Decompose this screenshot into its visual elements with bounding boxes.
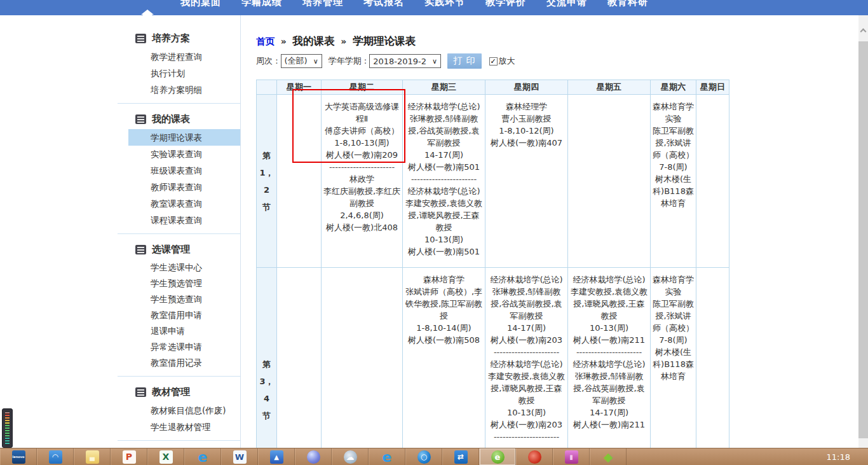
sidebar-item-学生选课中心[interactable]: 学生选课中心 [114, 260, 240, 275]
course-block: 林政学李红庆副教授,李红庆副教授2,4,6,8(周)树人楼(一教)北408 [323, 173, 401, 233]
day-header-星期五: 星期五 [568, 80, 651, 95]
sidebar-section-title[interactable]: 培养方案 [114, 28, 240, 48]
taskbar-button-browser-sphere[interactable] [295, 448, 332, 465]
course-teachers: 傅彦夫讲师（高校） [323, 125, 401, 137]
taskbar-button-teamviewer[interactable]: ⇄ [442, 448, 479, 465]
course-divider: ---------------------- [323, 161, 401, 173]
taskbar-button-photos[interactable]: ▲ [258, 448, 295, 465]
taskbar-button-qq-browser[interactable]: ○ [405, 448, 442, 465]
nav-item-教育科研[interactable]: 教育科研 [597, 0, 658, 8]
nav-item-我的桌面[interactable]: 我的桌面 [170, 0, 231, 8]
sidebar-item-异常选课申请[interactable]: 异常选课申请 [114, 339, 240, 355]
taskbar-button-powerpoint[interactable]: P [111, 448, 147, 465]
print-button[interactable]: 打 印 [447, 53, 481, 69]
sidebar-item-课程课表查询[interactable]: 课程课表查询 [114, 212, 240, 228]
sidebar-item-学生预选查询[interactable]: 学生预选查询 [114, 291, 240, 307]
course-name: 经济林栽培学(总论) [487, 274, 566, 286]
sidebar-item-学期理论课表[interactable]: 学期理论课表 [128, 129, 240, 146]
nav-item-培养管理[interactable]: 培养管理 [292, 0, 353, 8]
week-select[interactable]: (全部) ∨ [281, 54, 322, 68]
course-teachers: 陈卫军副教授,张斌讲师（高校） [652, 298, 695, 334]
sidebar-section-title[interactable]: 选课管理 [114, 239, 240, 260]
sidebar-section: 选课管理学生选课中心学生预选管理学生预选查询教室借用申请退课申请异常选课申请教室… [114, 239, 240, 371]
breadcrumb-home-link[interactable]: 首页 [256, 36, 275, 46]
taskbar-button-remote-tool[interactable]: ◠ [37, 448, 74, 465]
sidebar-item-教室借用记录[interactable]: 教室借用记录 [114, 355, 240, 371]
sidebar-section-label: 我的课表 [152, 113, 190, 125]
ie-icon: e [196, 450, 210, 464]
schedule-cell [322, 268, 403, 465]
vertical-scrollbar[interactable] [858, 15, 868, 457]
schedule-cell [696, 268, 729, 465]
sidebar-section-label: 培养方案 [152, 32, 190, 45]
breadcrumb-separator: » [338, 36, 349, 46]
breadcrumb-level-2: 学期理论课表 [353, 35, 416, 47]
course-teachers: 李建安教授,袁德义教授,谭晓风教授,王森教授 [569, 286, 649, 322]
taskbar-button-flower-app[interactable] [516, 448, 553, 465]
taskbar-button-lenovo[interactable]: lenovo [0, 448, 37, 465]
period-label-line: 第 [257, 356, 276, 373]
course-block: 经济林栽培学(总论)张琳教授,邹锋副教授,谷战英副教授,袁军副教授14-17(周… [404, 101, 484, 173]
course-weeks: 2,4,6,8(周) [323, 209, 401, 221]
schedule-cell [277, 268, 322, 465]
nav-item-考试报名[interactable]: 考试报名 [353, 0, 414, 8]
top-navbar: 我的桌面学籍成绩培养管理考试报名实践环节教学评价交流申请教育科研 [0, 0, 868, 15]
course-weeks: 10-13(周) [569, 322, 649, 334]
sidebar-item-班级课表查询[interactable]: 班级课表查询 [114, 162, 240, 179]
course-block: 森林培育学张斌讲师（高校）,李铁华教授,陈卫军副教授1-8,10-14(周)树人… [404, 274, 484, 346]
course-room: 树人楼(一教)南508 [404, 334, 484, 346]
schedule-cell [696, 95, 729, 268]
sidebar-item-实验课表查询[interactable]: 实验课表查询 [114, 146, 240, 162]
course-divider: ---------------------- [404, 173, 484, 185]
nav-item-实践环节[interactable]: 实践环节 [414, 0, 475, 8]
sidebar-item-教室课表查询[interactable]: 教室课表查询 [114, 195, 240, 212]
sidebar-item-学生退教材管理[interactable]: 学生退教材管理 [114, 419, 240, 435]
taskbar-button-database-app[interactable]: ▮ [553, 448, 590, 465]
period-label: 第1，2节 [257, 95, 277, 268]
schedule-cell [277, 95, 322, 268]
sidebar-item-执行计划[interactable]: 执行计划 [114, 65, 240, 81]
scrollbar-thumb[interactable] [858, 41, 868, 438]
taskbar-button-word[interactable]: W [221, 448, 258, 465]
sidebar-item-退课申请[interactable]: 退课申请 [114, 323, 240, 339]
remote-tool-icon: ◠ [49, 450, 62, 464]
sidebar-divider [118, 233, 240, 234]
gem-app-icon: ◆ [602, 450, 615, 464]
nav-item-学籍成绩[interactable]: 学籍成绩 [231, 0, 292, 8]
taskbar-button-gem-app[interactable]: ◆ [590, 448, 627, 465]
sidebar-item-教师课表查询[interactable]: 教师课表查询 [114, 179, 240, 195]
taskbar-button-file-explorer[interactable]: ▄ [74, 448, 111, 465]
course-divider: ---------------------- [487, 346, 566, 358]
breadcrumb: 首页 » 我的课表 » 学期理论课表 [256, 34, 730, 48]
course-name: 经济林栽培学(总论) [569, 274, 649, 286]
sidebar-item-学生预选管理[interactable]: 学生预选管理 [114, 275, 240, 291]
course-teachers: 张琳教授,邹锋副教授,谷战英副教授,袁军副教授 [569, 370, 649, 406]
notebook-icon [135, 34, 146, 43]
course-weeks: 10-13(周) [487, 406, 566, 419]
sidebar-item-培养方案明细[interactable]: 培养方案明细 [114, 81, 240, 98]
day-header-星期三: 星期三 [403, 80, 485, 95]
home-icon[interactable] [141, 0, 153, 8]
taskbar-button-excel[interactable]: X [147, 448, 184, 465]
sidebar-item-教材账目信息(作废)[interactable]: 教材账目信息(作废) [114, 402, 240, 419]
week-filter-label: 周次 : [256, 55, 278, 67]
term-select[interactable]: 2018-2019-2 ∨ [369, 54, 441, 68]
course-name: 经济林栽培学(总论) [404, 101, 484, 113]
nav-item-教学评价[interactable]: 教学评价 [475, 0, 536, 8]
taskbar-button-ie-2[interactable]: e [369, 448, 405, 465]
nav-item-交流申请[interactable]: 交流申请 [536, 0, 597, 8]
sidebar-item-教室借用申请[interactable]: 教室借用申请 [114, 307, 240, 323]
scroll-up-icon[interactable] [860, 29, 867, 35]
taskbar-button-browser-360[interactable]: e [479, 448, 516, 465]
sidebar-section-title[interactable]: 我的课表 [114, 109, 240, 129]
day-header-星期二: 星期二 [322, 80, 403, 95]
course-block: 经济林栽培学(总论)张琳教授,邹锋副教授,谷战英副教授,袁军副教授14-17(周… [569, 358, 649, 431]
sidebar-item-教学进程查询[interactable]: 教学进程查询 [114, 48, 240, 65]
database-app-icon: ▮ [565, 450, 578, 464]
excel-icon: X [159, 450, 173, 464]
taskbar-button-ie[interactable]: e [184, 448, 221, 465]
zoom-checkbox[interactable]: ✓ [489, 57, 498, 66]
course-weeks: 1-8,10-13(周) [323, 137, 401, 149]
sidebar-section-title[interactable]: 教材管理 [114, 382, 240, 402]
taskbar-button-cloud-app[interactable]: ☁ [332, 448, 369, 465]
